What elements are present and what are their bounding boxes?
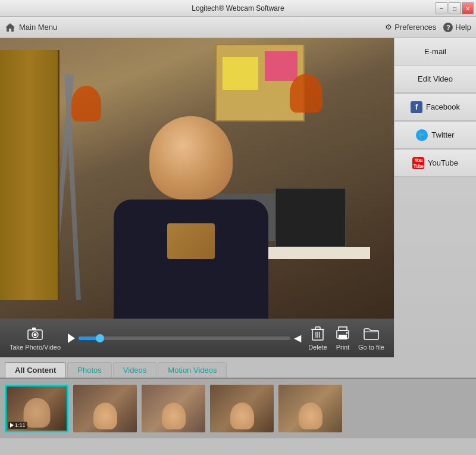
thumb-person-4 <box>230 403 254 429</box>
svg-rect-6 <box>315 327 320 329</box>
go-to-file-label: Go to file <box>358 344 384 351</box>
controls-bar: Take Photo/Video ◀ <box>0 319 394 357</box>
main-content: Take Photo/Video ◀ <box>0 38 476 357</box>
take-photo-label: Take Photo/Video <box>10 344 61 351</box>
menu-bar: Main Menu ⚙ Preferences ? Help <box>0 17 476 38</box>
video-section: Take Photo/Video ◀ <box>0 38 394 357</box>
thumbnail-1[interactable]: 1:11 <box>5 385 68 432</box>
twitter-icon: 🐦 <box>416 129 428 141</box>
youtube-button[interactable]: YouTube YouTube <box>394 149 476 177</box>
thumb-person-1 <box>23 398 50 428</box>
svg-rect-11 <box>339 335 347 339</box>
svg-point-13 <box>346 332 347 334</box>
edit-video-button[interactable]: Edit Video <box>394 66 476 93</box>
take-photo-button[interactable]: Take Photo/Video <box>10 325 61 351</box>
facebook-button[interactable]: f Facebook <box>394 94 476 121</box>
facebook-label: Facebook <box>426 102 460 111</box>
bg-door <box>0 50 60 300</box>
svg-rect-3 <box>32 328 36 330</box>
thumbnail-2[interactable] <box>73 385 137 432</box>
window-controls[interactable]: − □ ✕ <box>436 2 474 14</box>
bottom-section: All Content Photos Videos Motion Videos … <box>0 357 476 438</box>
maximize-button[interactable]: □ <box>449 2 461 14</box>
camera-svg <box>27 327 43 340</box>
help-label: Help <box>455 23 471 32</box>
video-display <box>0 38 394 319</box>
thumb-badge-1: 1:11 <box>8 422 27 429</box>
thumb-person-2 <box>93 403 117 429</box>
sidebar: E-mail Edit Video f Facebook 🐦 Twitter Y… <box>394 38 476 357</box>
main-menu-label: Main Menu <box>19 23 57 32</box>
thumbnail-5[interactable] <box>278 385 342 432</box>
webcam-scene <box>0 38 394 319</box>
tab-motion-videos[interactable]: Motion Videos <box>158 362 227 378</box>
preferences-label: Preferences <box>394 23 436 32</box>
minimize-button[interactable]: − <box>436 2 447 14</box>
preferences-button[interactable]: ⚙ Preferences <box>385 23 436 32</box>
delete-icon <box>309 325 326 342</box>
help-icon: ? <box>443 23 453 32</box>
print-svg <box>335 326 350 341</box>
close-button[interactable]: ✕ <box>462 2 474 14</box>
svg-point-2 <box>34 334 37 336</box>
note-pink <box>265 51 298 81</box>
shirt-graphic <box>167 223 215 259</box>
progress-bar[interactable] <box>79 336 290 340</box>
window-title: Logitech® Webcam Software <box>192 4 284 13</box>
print-label: Print <box>336 344 350 351</box>
help-button[interactable]: ? Help <box>443 23 471 32</box>
thumbnail-4[interactable] <box>210 385 274 432</box>
facebook-icon: f <box>411 101 422 113</box>
thumbnail-strip: 1:11 <box>0 379 476 438</box>
youtube-icon: YouTube <box>412 157 424 169</box>
camera-icon <box>27 325 43 342</box>
tab-motion-videos-label: Motion Videos <box>168 366 217 375</box>
thumb-preview-2 <box>73 385 137 432</box>
home-icon <box>5 23 15 32</box>
youtube-label: YouTube <box>428 158 458 167</box>
thumb-preview-3 <box>142 385 205 432</box>
person-subject <box>120 116 274 319</box>
person-head <box>149 116 233 200</box>
trash-svg <box>311 326 324 341</box>
delete-button[interactable]: Delete <box>308 325 327 351</box>
thumb-duration-1: 1:11 <box>15 422 26 428</box>
email-button[interactable]: E-mail <box>394 38 476 66</box>
tab-photos-label: Photos <box>77 366 101 375</box>
tab-all-content-label: All Content <box>15 366 56 375</box>
tab-videos[interactable]: Videos <box>113 362 157 378</box>
bg-monitor <box>275 188 346 247</box>
twitter-button[interactable]: 🐦 Twitter <box>394 121 476 149</box>
thumb-preview-4 <box>210 385 274 432</box>
video-indicator-1 <box>10 423 14 428</box>
tab-all-content[interactable]: All Content <box>5 362 66 378</box>
folder-svg <box>363 326 380 341</box>
play-button[interactable] <box>68 334 75 343</box>
bg-headphones-right <box>290 74 322 113</box>
menu-right: ⚙ Preferences ? Help <box>385 23 471 32</box>
print-button[interactable]: Print <box>334 325 351 351</box>
thumb-person-3 <box>162 403 186 429</box>
twitter-label: Twitter <box>431 130 454 139</box>
folder-icon <box>363 325 380 342</box>
volume-icon[interactable]: ◀ <box>294 332 301 344</box>
email-label: E-mail <box>424 47 446 56</box>
tab-bar: All Content Photos Videos Motion Videos <box>0 357 476 379</box>
thumbnail-3[interactable] <box>142 385 205 432</box>
go-to-file-button[interactable]: Go to file <box>358 325 384 351</box>
bg-headphones-left <box>71 86 101 121</box>
thumb-preview-5 <box>278 385 342 432</box>
play-controls: ◀ <box>68 332 301 344</box>
progress-thumb[interactable] <box>96 334 104 342</box>
note-yellow <box>223 57 258 90</box>
thumb-person-5 <box>299 403 322 429</box>
tab-photos[interactable]: Photos <box>67 362 111 378</box>
tab-videos-label: Videos <box>123 366 147 375</box>
print-icon <box>334 325 351 342</box>
main-menu-button[interactable]: Main Menu <box>5 23 57 32</box>
person-body <box>114 200 268 319</box>
delete-label: Delete <box>308 344 327 351</box>
title-bar: Logitech® Webcam Software − □ ✕ <box>0 0 476 17</box>
gear-icon: ⚙ <box>385 23 392 32</box>
edit-video-label: Edit Video <box>418 74 453 83</box>
